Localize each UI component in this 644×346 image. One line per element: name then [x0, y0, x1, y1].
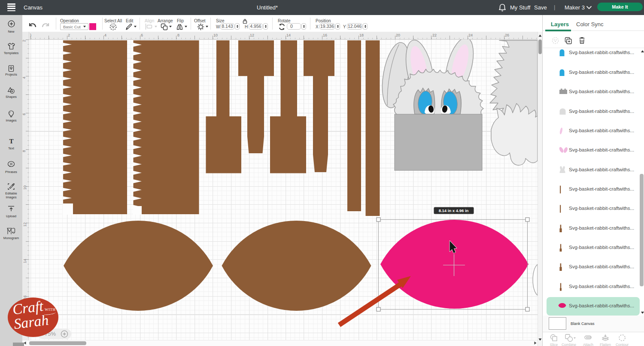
svg-text:T: T [9, 138, 13, 144]
svg-text:8.14 in x 4.96 in: 8.14 in x 4.96 in [439, 208, 469, 213]
